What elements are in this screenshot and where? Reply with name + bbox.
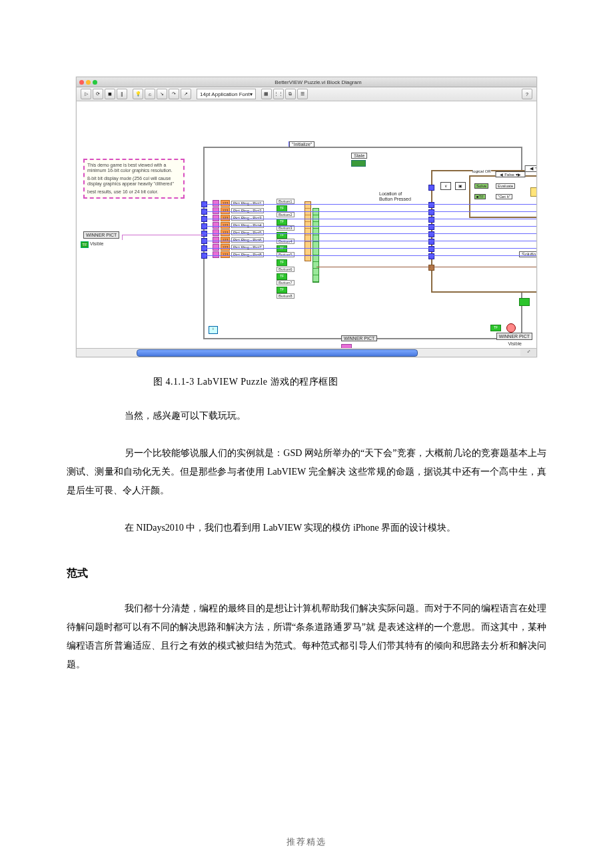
solve-label: ■TF [474,194,486,199]
tunnel [428,231,434,237]
visible-label: Visible [508,341,522,346]
button-label: Button5 [277,252,295,257]
section-heading: 范式 [67,567,546,581]
solve-label: Solve [474,183,488,189]
tunnel [428,265,434,271]
run-continuous-button[interactable]: ⟳ [93,89,103,99]
traffic-lights [79,80,97,85]
figure-caption: 图 4.1.1-3 LabVIEW Puzzle 游戏的程序框图 [153,376,546,388]
font-selector[interactable]: 14pt Application Font ▾ [197,89,256,99]
iteration-terminal: i [209,326,218,334]
step-out-button[interactable]: ↗ [181,89,191,99]
context-help-button[interactable]: ? [522,89,532,99]
pict-ring-row: 123Pict Ring - Pict7 [213,244,264,250]
build-array-node [305,201,311,261]
state-indicator [351,160,366,167]
evaluate-node: Evaluate [496,183,515,189]
pause-button[interactable]: ‖ [117,89,127,99]
visible-label: Visible [90,241,104,246]
horizontal-scrollbar[interactable]: ⤢ [77,348,536,357]
comment-line: 8-bit bit display mode (256 col will cau… [87,176,181,187]
comment-line: best results, use 16 or 24 bit color. [87,189,181,195]
select-node [530,187,536,197]
retain-wire-button[interactable]: ⎌ [145,89,155,99]
pict-ring-row: 123Pict Ring - Pict8 [213,251,264,257]
page-footer: 推荐精选 [0,836,613,848]
comment-line: This demo game is best viewed with a min… [87,163,181,174]
abort-button[interactable]: ◼ [105,89,115,99]
scrollbar-thumb[interactable] [137,349,418,357]
pict-ring-row: 123Pict Ring - Pict5 [213,229,264,235]
logical-or-label: logical OR [472,169,491,173]
tunnel [428,253,434,259]
tf-indicator: TF [490,325,501,331]
case-structure: ◀ "Get Input" ▶ ▾ logical OR ◀ False ▾▶ … [431,170,536,293]
tf-indicator: TF [277,245,287,252]
tunnel [428,209,434,215]
pict-ring-row: 123Pict Ring - Pict2 [213,207,264,213]
scroll-corner: ⤢ [520,349,536,356]
visible-property [519,298,530,306]
case-selector-label: "Get Input" [535,167,536,171]
initialize-enum[interactable]: "Initialize" [289,141,314,147]
run-button[interactable]: ▷ [81,89,91,99]
zoom-icon[interactable] [93,80,97,85]
tf-indicator: TF [277,273,287,280]
state-label: State [351,153,367,159]
compound-node: ▣ [455,182,466,190]
paragraph: 在 NIDays2010 中，我们也看到用 LabVIEW 实现的模仿 iPho… [67,519,546,537]
or-node: ∨ [440,182,451,190]
winner-pict-indicator[interactable]: WINNER PICT [496,333,532,340]
close-icon[interactable] [79,80,84,85]
button-label: Button1 [277,199,295,204]
step-into-button[interactable]: ↘ [157,89,167,99]
paragraph: 另一个比较能够说服人们的实例就是：GSD 网站所举办的“天下会”竞赛，大概前几论… [67,444,546,500]
tf-indicator: TF [277,287,287,293]
pict-ring-row: 123Pict Ring - Pict3 [213,215,264,221]
resize-button[interactable]: ⧉ [285,89,296,99]
winner-pict-local: WINNER PICT [341,335,377,341]
block-diagram-canvas[interactable]: This demo game is best viewed with a min… [77,101,536,348]
reorder-button[interactable]: ☰ [297,89,308,99]
font-selector-label: 14pt Application Font [200,91,250,97]
tf-indicator: TF [277,259,287,266]
tunnel [428,185,434,191]
button-label: Button8 [277,293,295,299]
button-label: Button4 [277,239,295,244]
tunnel [428,217,434,223]
align-button[interactable]: ▦ [261,89,272,99]
solution-array-label: Solution Array [519,251,536,257]
paragraph: 当然，感兴趣可以下载玩玩。 [67,407,546,425]
stop-terminal [506,323,516,333]
paragraph: 我们都十分清楚，编程的最终目的是想让计算机帮助我们解决实际问题。而对于不同的编程… [67,599,546,674]
step-over-button[interactable]: ↷ [169,89,179,99]
button-label: Button6 [277,267,295,272]
pict-ring-row: 123Pict Ring - Pict1 [213,200,264,206]
winner-pict-control[interactable]: WINNER PICT [83,231,119,239]
button-label: Button2 [277,212,295,217]
inner-case-selector[interactable]: ◀ False ▾▶ [495,171,525,177]
tunnel [428,202,434,208]
highlight-exec-button[interactable]: 💡 [133,89,143,99]
pict-ring-row: 123Pict Ring - Pict4 [213,222,264,228]
comment-note: This demo game is best viewed with a min… [83,159,185,199]
case-prev-icon[interactable]: ◀ [530,166,533,171]
tunnel [428,246,434,252]
labview-block-diagram-window: BetterVIEW Puzzle.vi Block Diagram ▷ ⟳ ◼… [76,77,537,357]
window-title: BetterVIEW Puzzle.vi Block Diagram [103,79,534,85]
tunnel [428,239,434,245]
button-label: Button7 [277,280,295,285]
distribute-button[interactable]: ⋮⋮ [273,89,284,99]
tf-constant: TF [81,241,89,248]
toolbar: ▷ ⟳ ◼ ‖ 💡 ⎌ ↘ ↷ ↗ 14pt Application Font … [77,87,536,101]
window-titlebar: BetterVIEW Puzzle.vi Block Diagram [77,77,536,87]
location-label: Location ofButton Pressed [379,191,411,201]
getit-node: "Get It" [496,194,512,199]
while-loop: "Initialize" State Location ofButton Pre… [203,147,522,339]
tf-indicator: TF [277,219,287,225]
minimize-icon[interactable] [86,80,91,85]
pict-ring-row: 123Pict Ring - Pict6 [213,237,264,243]
tunnel [428,224,434,230]
case-selector[interactable]: ◀ "Get Input" ▶ ▾ [525,165,536,172]
